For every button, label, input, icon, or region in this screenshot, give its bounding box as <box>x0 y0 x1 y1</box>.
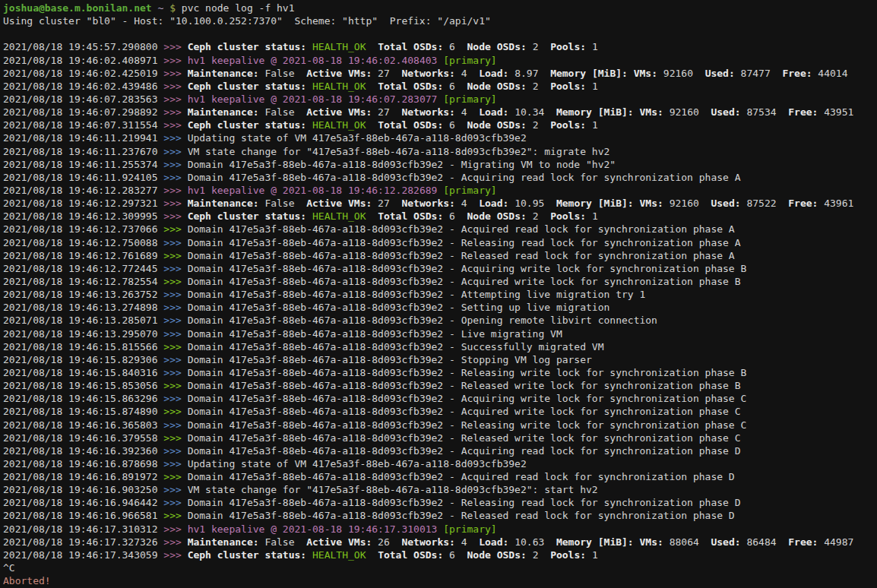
field-label: Total OSDs: <box>378 41 443 52</box>
log-text <box>152 2 158 14</box>
field-label: Active VMs: <box>306 68 372 79</box>
log-text: 2021/08/18 19:46:16.903250 <box>3 484 163 495</box>
log-text: 2021/08/18 19:46:02.439486 <box>3 81 163 92</box>
field-label: Active VMs: <box>306 198 372 209</box>
log-text: 2021/08/18 19:46:02.408971 <box>3 55 163 66</box>
log-marker: >>> <box>163 68 187 79</box>
log-text: 2021/08/18 19:46:17.310312 <box>3 523 163 535</box>
log-text: 10.95 <box>508 198 556 209</box>
aborted-text: Aborted! <box>3 575 51 586</box>
log-text: 1 <box>586 41 598 52</box>
field-label: Networks: <box>401 198 454 209</box>
log-line-vm-state-change: 2021/08/18 19:46:11.237670 >>> VM state … <box>3 145 877 158</box>
log-text: 43961 <box>818 198 853 209</box>
log-text: 4 <box>455 536 479 548</box>
field-label: Maintenance: <box>188 198 259 209</box>
field-label: Node OSDs: <box>467 119 527 131</box>
status-ok-text: [primary] <box>443 55 496 66</box>
log-text: 86484 <box>741 536 789 548</box>
log-text: False <box>259 198 307 209</box>
log-text: 2021/08/18 19:46:15.829306 <box>3 354 163 365</box>
field-label: Load: <box>479 68 508 79</box>
log-marker: >>> <box>163 380 187 391</box>
log-text: ^C <box>3 562 15 574</box>
log-text: 2021/08/18 19:46:07.311554 <box>3 119 163 131</box>
keepalive-text: hv1 keepalive @ 2021-08-18 19:46:07.2830… <box>188 93 444 105</box>
log-text: 2021/08/18 19:46:16.891972 <box>3 471 163 482</box>
log-text: Domain 417e5a3f-88eb-467a-a118-8d093cfb3… <box>188 367 747 378</box>
log-text <box>163 2 169 14</box>
field-label: Networks: <box>401 106 454 118</box>
log-text: Domain 417e5a3f-88eb-467a-a118-8d093cfb3… <box>188 393 747 404</box>
log-text: 2021/08/18 19:46:16.878698 <box>3 458 163 469</box>
log-text: Domain 417e5a3f-88eb-467a-a118-8d093cfb3… <box>188 510 735 521</box>
log-marker: >>> <box>163 458 187 469</box>
prompt-user-host: joshua@base.m.bonilan.net <box>3 2 152 14</box>
log-marker: >>> <box>163 159 187 170</box>
log-marker: >>> <box>163 185 187 196</box>
log-marker: >>> <box>163 81 187 92</box>
log-marker: >>> <box>163 315 187 326</box>
log-marker: >>> <box>163 223 187 235</box>
log-text: Domain 417e5a3f-88eb-467a-a118-8d093cfb3… <box>188 315 657 326</box>
log-line-domain: 2021/08/18 19:46:12.737066 >>> Domain 41… <box>3 223 877 236</box>
log-text: 2 <box>527 210 550 222</box>
log-marker: >>> <box>163 484 187 495</box>
log-text: 2021/08/18 19:46:16.379558 <box>3 432 163 444</box>
log-text: 2 <box>527 119 550 131</box>
log-text <box>628 68 634 79</box>
log-line-domain: 2021/08/18 19:46:13.263752 >>> Domain 41… <box>3 288 877 301</box>
log-text: 44014 <box>812 68 848 79</box>
log-text: 6 <box>443 41 467 52</box>
log-line-domain: 2021/08/18 19:46:16.379558 >>> Domain 41… <box>3 432 877 444</box>
log-text: 43951 <box>818 106 853 118</box>
keepalive-text: hv1 keepalive @ 2021-08-18 19:46:17.3100… <box>188 523 444 535</box>
field-label: Networks: <box>401 68 454 79</box>
log-marker: >>> <box>163 393 187 404</box>
field-label: Ceph cluster status: <box>188 41 307 52</box>
field-label: Node OSDs: <box>467 81 527 92</box>
log-line-domain: 2021/08/18 19:46:12.772445 >>> Domain 41… <box>3 262 877 275</box>
log-text: VM state change for "417e5a3f-88eb-467a-… <box>188 146 610 157</box>
log-line-domain: 2021/08/18 19:46:12.750088 >>> Domain 41… <box>3 236 877 249</box>
field-label: Ceph cluster status: <box>188 210 307 222</box>
log-text: 92160 <box>663 198 711 209</box>
log-text: Domain 417e5a3f-88eb-467a-a118-8d093cfb3… <box>188 237 741 248</box>
log-text: 2021/08/18 19:46:13.263752 <box>3 289 163 300</box>
log-text: 1 <box>586 81 598 92</box>
log-text: 2021/08/18 19:46:16.946442 <box>3 497 163 508</box>
log-text: 6 <box>443 81 467 92</box>
log-marker: >>> <box>163 289 187 300</box>
log-marker: >>> <box>163 406 187 417</box>
field-label: Pools: <box>550 119 586 131</box>
log-text: 2021/08/18 19:46:13.285071 <box>3 315 163 326</box>
log-text: Domain 417e5a3f-88eb-467a-a118-8d093cfb3… <box>188 263 747 274</box>
log-text: 2021/08/18 19:46:11.237670 <box>3 146 163 157</box>
log-text <box>366 549 378 561</box>
log-text: 2021/08/18 19:45:57.290800 <box>3 41 163 52</box>
log-marker: >>> <box>163 198 187 209</box>
field-label: Memory [MiB]: <box>556 536 634 548</box>
log-text: 27 <box>372 68 401 79</box>
log-marker: >>> <box>163 119 187 131</box>
log-text: 4 <box>455 106 479 118</box>
status-ok-text: [primary] <box>443 93 496 105</box>
prompt-line: joshua@base.m.bonilan.net ~ $ pvc node l… <box>3 2 877 14</box>
log-text: 2021/08/18 19:46:12.750088 <box>3 237 163 248</box>
log-text: Updating state of VM 417e5a3f-88eb-467a-… <box>188 132 527 144</box>
log-text <box>634 106 640 118</box>
field-label: Memory [MiB]: <box>556 198 634 209</box>
log-text: 2021/08/18 19:46:16.392360 <box>3 445 163 457</box>
log-text: Domain 417e5a3f-88eb-467a-a118-8d093cfb3… <box>188 328 562 340</box>
field-label: Total OSDs: <box>378 119 443 131</box>
log-line-vm-update: 2021/08/18 19:46:11.219941 >>> Updating … <box>3 131 877 144</box>
log-line-ceph-status: 2021/08/18 19:46:17.343059 >>> Ceph clus… <box>3 548 877 561</box>
log-text: 27 <box>372 106 401 118</box>
log-text <box>634 536 640 548</box>
field-label: Ceph cluster status: <box>188 81 307 92</box>
log-marker: >>> <box>163 250 187 261</box>
log-line-domain: 2021/08/18 19:46:15.840316 >>> Domain 41… <box>3 366 877 379</box>
log-marker: >>> <box>163 341 187 352</box>
log-marker: >>> <box>163 276 187 287</box>
log-text: 10.34 <box>508 106 556 118</box>
